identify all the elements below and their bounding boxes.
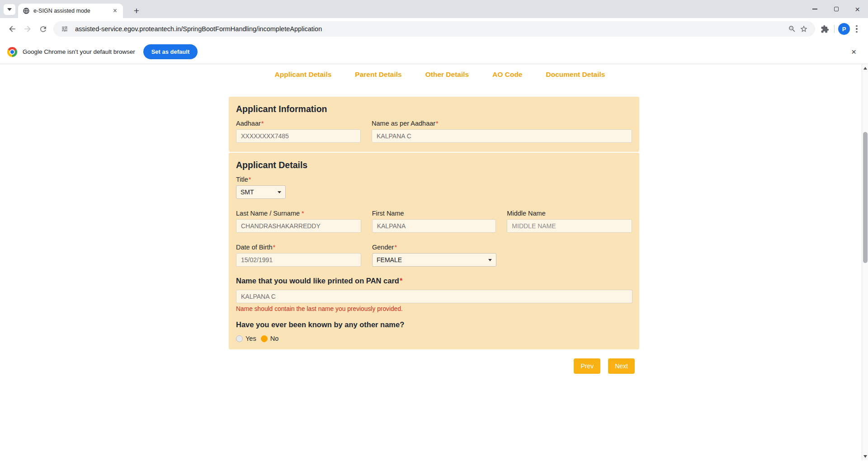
label-text: Gender [372,244,394,251]
infobar-close-icon[interactable]: × [847,45,861,59]
first-name-label: First Name [372,210,496,217]
window-controls: × [804,0,868,18]
aadhaar-field: Aadhaar* [236,120,361,143]
first-name-input[interactable] [372,219,496,233]
radio-no[interactable]: No [261,335,279,342]
gender-select[interactable]: FEMALE [372,253,496,267]
browser-tab[interactable]: e-SIGN assisted mode × [18,4,123,18]
select-caret-icon [278,191,281,193]
label-text: Date of Birth [236,244,273,251]
radio-no-icon[interactable] [261,335,268,342]
maximize-button[interactable] [826,0,847,18]
next-button[interactable]: Next [608,358,635,374]
tab-applicant-details[interactable]: Applicant Details [275,71,332,79]
dob-input[interactable] [236,253,361,267]
label-text: Title [236,176,248,183]
page-scrollbar[interactable] [862,64,868,461]
required-mark: * [261,120,264,127]
dot [856,25,858,27]
menu-icon[interactable] [850,22,863,36]
label-text: Middle Name [507,210,545,217]
scrollbar-thumb[interactable] [863,132,868,263]
scroll-down-arrow[interactable] [862,453,868,460]
gender-label: Gender* [372,244,496,251]
title-select[interactable]: SMT [236,185,286,199]
scroll-up-arrow[interactable] [862,65,868,71]
maximize-icon [834,7,839,11]
required-mark: * [400,277,402,285]
dob-field: Date of Birth* [236,244,361,267]
dob-label: Date of Birth* [236,244,361,251]
label-text: First Name [372,210,404,217]
page-content: Applicant Details Parent Details Other D… [0,64,868,461]
name-as-per-aadhaar-field: Name as per Aadhaar* [372,120,632,143]
tab-other-details[interactable]: Other Details [425,71,469,79]
last-name-field: Last Name / Surname* [236,210,361,233]
new-tab-button[interactable]: + [130,5,143,17]
label-text: Aadhaar [236,120,261,127]
required-mark: * [436,120,439,127]
middle-name-input[interactable] [507,219,632,233]
required-mark: * [249,176,251,183]
section-title-applicant-information: Applicant Information [236,104,632,114]
radio-yes[interactable]: Yes [236,335,256,342]
prev-button[interactable]: Prev [574,358,600,374]
triangle-up-icon [863,67,867,70]
title-selected-value: SMT [241,188,254,196]
back-button[interactable] [5,21,20,37]
chevron-down-icon [7,8,12,11]
label-text: Name as per Aadhaar [372,120,435,127]
url-text[interactable]: assisted-service.egov.proteantech.in/Spr… [75,25,786,33]
site-info-icon[interactable] [59,23,71,35]
tab-ao-code[interactable]: AO Code [492,71,522,79]
chrome-logo-icon [7,47,17,57]
extensions-icon[interactable] [819,23,830,35]
dot [856,31,858,33]
zoom-icon[interactable] [786,23,798,35]
required-mark: * [394,244,397,251]
form-actions: Prev Next [229,358,639,374]
close-icon: × [855,5,860,14]
middle-name-field: Middle Name [507,210,632,233]
tab-close-icon[interactable]: × [112,7,118,14]
minimize-icon [812,9,817,9]
other-name-radio-group: Yes No [236,335,632,342]
triangle-down-icon [863,455,867,458]
pan-name-heading: Name that you would like printed on PAN … [236,277,632,285]
required-mark: * [273,244,276,251]
tab-parent-details[interactable]: Parent Details [355,71,401,79]
forward-button[interactable] [20,21,35,37]
label-text: Name that you would like printed on PAN … [236,277,399,285]
set-as-default-button[interactable]: Set as default [143,44,198,59]
browser-window: e-SIGN assisted mode × + × assisted-serv… [0,0,868,461]
globe-favicon-icon [23,7,30,14]
toolbar-divider [834,25,835,33]
other-name-question: Have you ever been known by any other na… [236,320,632,329]
pan-name-input[interactable] [236,290,632,303]
title-label: Title* [236,176,286,183]
infobar-message: Google Chrome isn't your default browser [23,48,135,55]
profile-avatar[interactable]: P [838,23,850,35]
first-name-field: First Name [372,210,496,233]
middle-name-label: Middle Name [507,210,632,217]
browser-toolbar: assisted-service.egov.proteantech.in/Spr… [0,18,868,40]
aadhaar-input[interactable] [236,129,361,143]
radio-no-label: No [270,335,279,342]
default-browser-infobar: Google Chrome isn't your default browser… [0,40,868,64]
select-caret-icon [488,259,492,261]
last-name-input[interactable] [236,219,361,233]
name-as-per-aadhaar-input[interactable] [372,129,632,143]
aadhaar-label: Aadhaar* [236,120,361,127]
tab-document-details[interactable]: Document Details [546,71,605,79]
required-mark: * [302,210,304,217]
reload-button[interactable] [35,21,51,37]
bookmark-star-icon[interactable] [798,23,810,35]
address-bar[interactable]: assisted-service.egov.proteantech.in/Spr… [53,21,815,37]
close-window-button[interactable]: × [847,0,868,18]
radio-yes-icon[interactable] [236,335,243,342]
title-field: Title* SMT [236,176,286,199]
tab-search-button[interactable] [4,4,15,15]
gender-selected-value: FEMALE [377,256,402,263]
tab-title: e-SIGN assisted mode [33,8,112,14]
minimize-button[interactable] [804,0,826,18]
